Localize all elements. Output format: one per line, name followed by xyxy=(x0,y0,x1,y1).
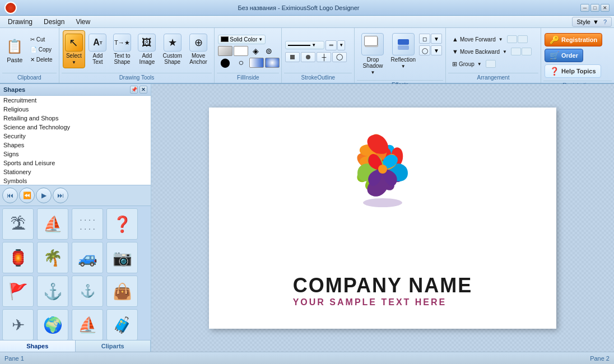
sample-text: YOUR SAMPLE TEXT HERE xyxy=(293,297,473,307)
stroke-arrow-btn[interactable]: ▼ xyxy=(337,40,345,50)
effects-btn3[interactable]: ◯ xyxy=(419,45,430,55)
select-button[interactable]: ↖ Select ▼ xyxy=(63,30,86,68)
shape-item-dots[interactable]: · · · ·· · · · xyxy=(72,208,103,240)
fill-color-btn[interactable] xyxy=(234,46,248,56)
nav-play-btn[interactable]: ▶ xyxy=(36,188,52,203)
shape-item-flag1[interactable]: 🚩 xyxy=(2,276,34,307)
stroke-square-cap[interactable] xyxy=(285,52,300,62)
list-item-stationery[interactable]: Stationery xyxy=(0,167,151,176)
shapes-close-btn[interactable]: ✕ xyxy=(139,86,147,94)
move-backward-button[interactable]: ▼ Move Backward ▼ xyxy=(449,46,534,57)
fwd-btn2[interactable] xyxy=(518,35,528,43)
text-to-shape-button[interactable]: T→★ Text to Shape xyxy=(110,30,134,68)
effects-btn1[interactable]: ◻ xyxy=(419,34,430,44)
shape-item-camera[interactable]: 📷 xyxy=(106,242,138,273)
move-anchor-icon: ⊕ xyxy=(189,34,207,52)
grp-btn1[interactable] xyxy=(486,60,496,68)
menu-bar: Drawing Design View Style ▼ ? xyxy=(0,16,614,28)
drop-shadow-button[interactable]: Drop Shadow ▼ xyxy=(358,30,387,78)
effects-btn2[interactable]: ▼ xyxy=(431,34,442,44)
minimize-btn[interactable]: ─ xyxy=(580,4,589,12)
list-item-retailing[interactable]: Retailing and Shops xyxy=(0,114,151,123)
fill-ring-btn[interactable]: ○ xyxy=(234,58,248,68)
nav-last-btn[interactable]: ⏭ xyxy=(53,188,68,203)
stroke-dropdown[interactable]: ▼ xyxy=(285,41,324,49)
move-anchor-button[interactable]: ⊕ Move Anchor xyxy=(186,30,211,68)
company-name-text: COMPANY NAME xyxy=(293,274,473,297)
style-button[interactable]: Style ▼ ? xyxy=(572,17,612,27)
shape-item-lantern[interactable]: 🏮 xyxy=(2,242,34,273)
fill-dot-btn[interactable]: ⬤ xyxy=(218,58,232,68)
stroke-miter-join[interactable]: ┼ xyxy=(317,52,331,62)
move-forward-button[interactable]: ▲ Move Forward ▼ xyxy=(449,34,531,45)
list-item-recruitment[interactable]: Recruitment xyxy=(0,96,151,105)
menu-design[interactable]: Design xyxy=(38,17,70,27)
window-controls: ─ □ ✕ xyxy=(580,4,610,12)
fwd-btn1[interactable] xyxy=(507,35,517,43)
order-button[interactable]: 🛒 Order xyxy=(545,49,583,62)
paste-button[interactable]: 📋 Paste xyxy=(3,31,26,69)
custom-shape-button[interactable]: ★ Custom Shape xyxy=(160,30,185,68)
registration-group: 🔑 Registration 🛒 Order ❓ Help Topics Reg… xyxy=(541,28,614,83)
shape-item-palm-island[interactable]: 🏝 xyxy=(2,208,34,240)
shapes-bottom-tabs: Shapes Cliparts xyxy=(0,340,151,352)
registration-button[interactable]: 🔑 Registration xyxy=(545,33,602,46)
tab-cliparts[interactable]: Cliparts xyxy=(76,340,151,352)
move-backward-btns xyxy=(511,48,532,55)
list-item-symbols[interactable]: Symbols xyxy=(0,176,151,185)
shape-item-question[interactable]: ❓ xyxy=(106,208,138,240)
fill-circle-btn[interactable]: ⊚ xyxy=(263,46,275,56)
shape-item-luggage[interactable]: 🧳 xyxy=(106,309,138,340)
shape-item-anchor2[interactable]: ⚓ xyxy=(72,276,103,307)
stroke-outline-label: StrokeOutline xyxy=(284,73,352,82)
shapes-category-list[interactable]: Recruitment Religious Retailing and Shop… xyxy=(0,96,151,185)
list-item-shapes[interactable]: Shapes xyxy=(0,141,151,150)
add-text-button[interactable]: AT Add Text xyxy=(86,30,109,68)
bwd-btn2[interactable] xyxy=(522,48,532,55)
solid-color-dropdown[interactable]: Solid Color ▼ xyxy=(218,35,266,44)
fill-inside-label: FillInside xyxy=(217,73,279,82)
copy-button[interactable]: 📄 Copy xyxy=(27,45,55,54)
stroke-style-btn[interactable]: ═ xyxy=(325,40,337,50)
stroke-round-cap[interactable] xyxy=(301,52,315,62)
fill-row1: ◈ ⊚ xyxy=(218,46,275,56)
stroke-round-join[interactable]: ◯ xyxy=(332,52,347,62)
nav-prev-btn[interactable]: ⏪ xyxy=(19,188,35,203)
shape-item-plane[interactable]: ✈ xyxy=(2,309,34,340)
help-topics-button[interactable]: ❓ Help Topics xyxy=(545,64,601,78)
shapes-pin-btn[interactable]: 📌 xyxy=(130,86,138,94)
list-item-sports[interactable]: Sports and Leisure xyxy=(0,158,151,167)
shape-item-palm-tree[interactable]: 🌴 xyxy=(37,242,68,273)
fill-gradient-btn[interactable] xyxy=(218,46,232,56)
shape-item-bag[interactable]: 👜 xyxy=(106,276,138,307)
effects-btn4[interactable]: ▼ xyxy=(431,45,442,55)
stroke-style-btns: ═ ▼ xyxy=(325,40,345,50)
fill-radial-btn[interactable] xyxy=(265,58,280,68)
shape-item-sailboat-small[interactable]: ⛵ xyxy=(37,208,68,240)
menu-view[interactable]: View xyxy=(70,17,96,27)
select-dropdown: ▼ xyxy=(72,60,76,65)
reflection-button[interactable]: Reflection ▼ xyxy=(389,30,418,72)
delete-button[interactable]: ✕ Delete xyxy=(27,55,55,64)
list-item-religious[interactable]: Religious xyxy=(0,105,151,114)
menu-drawing[interactable]: Drawing xyxy=(2,17,38,27)
bwd-btn1[interactable] xyxy=(511,48,521,55)
list-item-security[interactable]: Security xyxy=(0,132,151,141)
canvas-area[interactable]: COMPANY NAME YOUR SAMPLE TEXT HERE xyxy=(151,84,614,352)
nav-first-btn[interactable]: ⏮ xyxy=(2,188,18,203)
group-button[interactable]: ⊞ Group ▼ xyxy=(449,58,499,69)
cut-button[interactable]: ✂ Cut xyxy=(27,35,55,44)
add-image-button[interactable]: 🖼 Add Image xyxy=(135,30,159,68)
tab-shapes[interactable]: Shapes xyxy=(0,340,76,352)
shape-item-sailboat2[interactable]: ⛵ xyxy=(72,309,103,340)
maximize-btn[interactable]: □ xyxy=(590,4,599,12)
close-btn[interactable]: ✕ xyxy=(601,4,610,12)
fill-linear-btn[interactable] xyxy=(249,58,264,68)
list-item-science[interactable]: Science and Technology xyxy=(0,123,151,132)
shape-item-globe[interactable]: 🌍 xyxy=(37,309,68,340)
shape-item-jeep[interactable]: 🚙 xyxy=(72,242,103,273)
fill-opacity-btn[interactable]: ◈ xyxy=(249,46,262,56)
list-item-signs[interactable]: Signs xyxy=(0,150,151,158)
shape-item-anchor[interactable]: ⚓ xyxy=(37,276,68,307)
drop-shadow-icon xyxy=(361,33,384,55)
